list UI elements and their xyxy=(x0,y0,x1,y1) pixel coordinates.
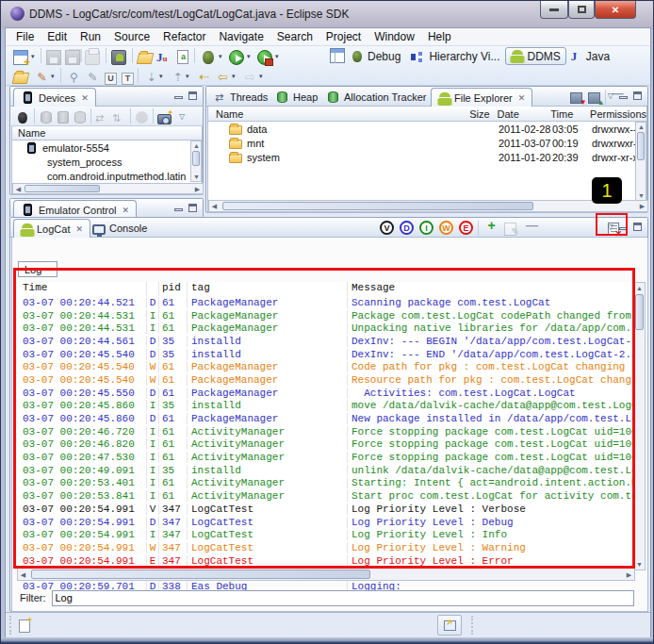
close-tab-icon[interactable]: ✕ xyxy=(123,206,130,215)
save-button[interactable] xyxy=(46,48,62,64)
tab-file-explorer[interactable]: File Explorer ✕ xyxy=(431,88,532,107)
last-edit-location-button[interactable]: ⇠ xyxy=(196,68,212,84)
update-heap-icon[interactable] xyxy=(39,108,55,124)
column-permissions[interactable]: Permissions xyxy=(579,108,646,120)
devices-name-header[interactable]: Name xyxy=(12,126,202,140)
save-all-button[interactable] xyxy=(65,48,81,64)
log-row[interactable]: 03-07 00:20:46.720 I 61 ActivityManager … xyxy=(17,425,632,438)
column-date[interactable]: Date xyxy=(490,108,551,120)
open-perspective-button[interactable] xyxy=(330,48,346,64)
log-row[interactable]: 03-07 00:20:45.550 D 61 PackageManager A… xyxy=(17,387,632,400)
log-row[interactable]: 03-07 00:20:44.531 I 61 PackageManager P… xyxy=(17,309,632,322)
perspective-hierarchy[interactable]: Hierarchy Vi... xyxy=(405,49,504,64)
maximize-view-icon[interactable] xyxy=(188,91,197,100)
forward-button[interactable]: ⇨ xyxy=(242,68,258,84)
menu-project[interactable]: Project xyxy=(319,28,368,45)
menu-window[interactable]: Window xyxy=(368,28,421,45)
column-name[interactable]: Name xyxy=(208,108,462,120)
menu-search[interactable]: Search xyxy=(270,28,319,45)
stop-process-icon[interactable] xyxy=(135,108,151,124)
external-tools-button[interactable] xyxy=(257,48,273,64)
log-row[interactable]: 03-07 00:20:45.540 W 61 PackageManager C… xyxy=(17,360,632,373)
column-time[interactable]: Time xyxy=(17,282,147,296)
devices-hscrollbar[interactable]: ◀▶ xyxy=(12,183,204,194)
text-toggle-button[interactable]: T xyxy=(121,68,137,84)
new-wizard-button[interactable] xyxy=(13,48,29,64)
log-level-button[interactable]: E xyxy=(459,221,473,235)
explorer-hscrollbar[interactable]: ◀▶ xyxy=(208,200,648,212)
log-row[interactable]: 03-07 00:20:54.991 D 347 LogCatTest Log … xyxy=(17,516,632,529)
maximize-view-icon[interactable] xyxy=(633,223,642,231)
maximize-button[interactable] xyxy=(568,1,595,19)
tab-devices[interactable]: Devices ✕ xyxy=(13,88,96,107)
previous-annotation-button[interactable]: ⇡ xyxy=(170,68,186,84)
log-row[interactable]: 03-07 00:20:54.991 E 347 LogCatTest Log … xyxy=(17,554,632,568)
column-level[interactable] xyxy=(147,282,159,296)
push-file-icon[interactable] xyxy=(586,89,602,105)
next-annotation-button[interactable]: ⇣ xyxy=(143,68,159,84)
delete-filter-icon[interactable]: — xyxy=(524,218,540,234)
debug-button[interactable] xyxy=(201,48,217,64)
log-row[interactable]: 03-07 00:20:49.091 I 35 installd unlink … xyxy=(17,464,632,477)
log-filter-tab[interactable]: Log xyxy=(18,261,57,277)
column-tag[interactable]: tag xyxy=(188,282,348,296)
tab-threads[interactable]: ⇄ Threads xyxy=(208,88,274,107)
log-row[interactable]: 03-07 00:20:44.531 I 61 PackageManager U… xyxy=(17,322,632,335)
new-wizard-dropdown[interactable]: ▾ xyxy=(31,53,35,60)
maximize-view-icon[interactable] xyxy=(188,204,197,212)
forward-dropdown[interactable]: ▾ xyxy=(259,73,263,80)
device-tree-row[interactable]: com.android.inputmethod.latin xyxy=(12,169,202,183)
minimize-button[interactable] xyxy=(540,1,568,19)
log-row[interactable]: 03-07 00:20:53.401 I 61 ActivityManager … xyxy=(17,477,632,490)
devices-view-menu-icon[interactable]: ▽ xyxy=(179,112,185,121)
file-row[interactable]: data 2011-02-28 03:05 drwxrwx--x xyxy=(208,122,646,136)
dump-hprof-icon[interactable] xyxy=(56,108,72,124)
back-button[interactable]: ⇦ xyxy=(215,68,231,84)
restore-view-button[interactable] xyxy=(437,615,462,636)
log-row[interactable]: 03-07 00:20:44.521 D 61 PackageManager S… xyxy=(17,296,632,309)
pencil-button[interactable]: ✎ xyxy=(85,68,101,84)
back-dropdown[interactable]: ▾ xyxy=(232,73,236,80)
log-row[interactable]: 03-07 00:20:54.991 V 347 LogCatTest Log … xyxy=(17,503,632,516)
column-pid[interactable]: pid xyxy=(159,282,188,296)
mark-occurrences-button[interactable]: ✎ xyxy=(34,68,50,84)
device-tree-row[interactable]: system_process xyxy=(12,155,202,169)
close-tab-icon[interactable]: ✕ xyxy=(518,93,526,103)
tab-allocation-tracker[interactable]: Allocation Tracker xyxy=(319,88,433,107)
devices-vscrollbar[interactable]: ▲▼ xyxy=(190,140,202,182)
fast-view-icon[interactable] xyxy=(17,617,32,634)
menu-refactor[interactable]: Refactor xyxy=(156,28,212,45)
filter-input[interactable] xyxy=(52,590,634,606)
new-junit-test-button[interactable]: Ju xyxy=(156,48,172,64)
cause-gc-icon[interactable] xyxy=(73,108,89,124)
run-dropdown[interactable]: ▾ xyxy=(247,53,251,60)
previous-annotation-dropdown[interactable]: ▾ xyxy=(186,73,189,80)
log-row[interactable]: 03-07 00:20:45.860 I 35 installd move /d… xyxy=(17,400,632,413)
log-row[interactable]: 03-07 00:20:54.991 W 347 LogCatTest Log … xyxy=(17,541,632,554)
tab-heap[interactable]: Heap xyxy=(269,88,324,107)
maximize-view-icon[interactable] xyxy=(633,91,642,100)
log-row[interactable]: 03-07 00:20:45.540 W 61 PackageManager R… xyxy=(17,373,632,387)
minimize-view-icon[interactable] xyxy=(619,227,628,230)
menu-run[interactable]: Run xyxy=(74,28,107,45)
perspective-java[interactable]: J Java xyxy=(566,48,614,65)
perspective-debug[interactable]: Debug xyxy=(346,49,405,64)
close-button[interactable]: ✕ xyxy=(595,1,636,19)
title-bar[interactable]: DDMS - LogCat/src/com/test/LogCat/LogCat… xyxy=(1,1,653,27)
menu-file[interactable]: File xyxy=(9,28,41,45)
minimize-view-icon[interactable] xyxy=(619,96,628,99)
log-row[interactable]: 03-07 00:20:53.841 I 61 ActivityManager … xyxy=(17,489,632,503)
logcat-vscrollbar[interactable]: ▲▼ xyxy=(633,282,646,570)
menu-navigate[interactable]: Navigate xyxy=(212,28,270,45)
file-row[interactable]: mnt 2011-03-07 00:19 drwxrwxr-x xyxy=(208,136,646,150)
close-tab-icon[interactable]: ✕ xyxy=(81,93,89,103)
menu-source[interactable]: Source xyxy=(107,28,156,45)
menu-help[interactable]: Help xyxy=(421,28,458,45)
open-resource-button[interactable] xyxy=(13,68,29,84)
menu-edit[interactable]: Edit xyxy=(41,28,74,45)
column-message[interactable]: Message xyxy=(348,282,632,296)
explorer-view-menu-icon[interactable]: ▽ xyxy=(608,91,613,100)
log-row[interactable]: 03-07 00:20:45.860 D 61 PackageManager N… xyxy=(17,412,632,425)
new-java-package-button[interactable] xyxy=(138,48,154,64)
column-time[interactable]: Time xyxy=(550,108,579,120)
